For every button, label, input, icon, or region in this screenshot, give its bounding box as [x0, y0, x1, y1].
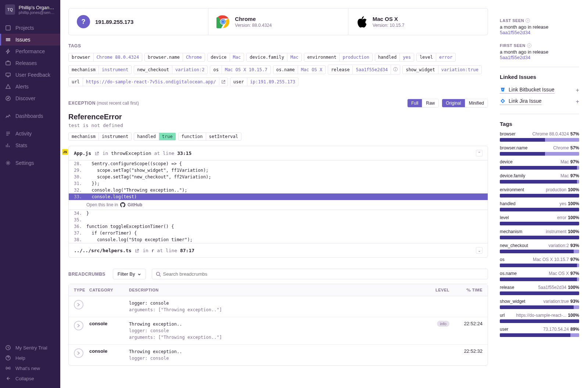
release-link[interactable]: 5aa1f55e2d34 [500, 55, 530, 60]
context-os[interactable]: Mac OS XVersion: 10.15.7 [348, 8, 488, 35]
link-bitbucket-issue[interactable]: Link Bitbucket Issue + [500, 84, 579, 96]
nav-label: Performance [15, 48, 45, 54]
tag-distribution-item[interactable]: levelerror100% [500, 215, 579, 225]
tag-distribution-item[interactable]: handledyes100% [500, 201, 579, 211]
user-ip: 191.89.255.173 [95, 19, 133, 25]
nav-whatsnew[interactable]: What's new [0, 363, 60, 373]
tag-distribution-item[interactable]: device.familyMac97% [500, 173, 579, 184]
tag-distribution-item[interactable]: new_checkoutvariation:293% [500, 243, 579, 253]
context-summary: ? 191.89.255.173 ChromeVersion: 88.0.432… [68, 8, 488, 35]
tag-pill[interactable]: device.familyMac [246, 53, 302, 62]
nav-stats[interactable]: Stats [0, 139, 60, 151]
help-tooltip-icon[interactable]: ? [526, 18, 530, 23]
nav-projects[interactable]: Projects [0, 22, 60, 34]
frame-header-collapsed[interactable]: ../../src/helpers.ts in r at line 87:17 … [69, 243, 488, 257]
nav-discover[interactable]: Discover [0, 93, 60, 104]
tag-distribution-item[interactable]: os.nameMac OS X97% [500, 271, 579, 281]
exception-message: test is not defined [68, 123, 488, 128]
tag-distribution-item[interactable]: urlhttps://do-sample-react-...100% [500, 313, 579, 323]
projects-icon [5, 25, 11, 31]
nav-issues[interactable]: Issues [0, 34, 60, 46]
tag-distribution-item[interactable]: environmentproduction100% [500, 187, 579, 197]
release-link[interactable]: 5aa1f55e2d34 [500, 30, 530, 35]
tag-pill[interactable]: handledyes [375, 53, 414, 62]
svg-point-7 [7, 367, 9, 369]
nav-help[interactable]: Help [0, 353, 60, 363]
tag-pill[interactable]: browserChrome 88.0.4324 [68, 53, 142, 62]
help-tooltip-icon[interactable]: ? [527, 43, 531, 48]
tag-pill[interactable]: userip:191.89.255.173 [230, 77, 299, 86]
tag-distribution-item[interactable]: user73.170.54.2489% [500, 327, 579, 337]
link-jira-issue[interactable]: Link Jira Issue + [500, 96, 579, 107]
frame-header[interactable]: App.js in throwException at line 33:15 ⌃ [69, 146, 488, 160]
nav-performance[interactable]: Performance [0, 46, 60, 57]
breadcrumb-row: logger: consolearguments: ["Throwing exc… [69, 296, 488, 317]
nav-dashboards[interactable]: Dashboards [0, 110, 60, 122]
main-nav: Projects Issues Performance Releases Use… [0, 19, 60, 342]
nav-activity[interactable]: Activity [0, 128, 60, 139]
tag-distribution-item[interactable]: show_widgetvariation:true93% [500, 299, 579, 309]
org-name: Phillip's Organiz... [19, 5, 55, 10]
collapse-frame-icon[interactable]: ⌃ [476, 150, 483, 156]
tag-pill[interactable]: environmentproduction [304, 53, 373, 62]
context-user[interactable]: ? 191.89.255.173 [69, 8, 208, 35]
tag-distribution-item[interactable]: osMac OS X 10.15.797% [500, 257, 579, 267]
frame-file: App.js [74, 151, 91, 156]
org-switcher[interactable]: TQ Phillip's Organiz... phillip.jones@se… [0, 0, 60, 19]
nav-trial[interactable]: My Sentry Trial [0, 342, 60, 353]
nav-feedback[interactable]: User Feedback [0, 69, 60, 81]
svg-point-12 [156, 272, 159, 275]
external-link-icon[interactable] [95, 152, 99, 156]
tag-pill[interactable]: release5aa1f55e2d34ⓘ [328, 65, 400, 75]
breadcrumb-search[interactable] [152, 269, 488, 279]
col-time[interactable]: TIME [449, 288, 483, 292]
meta-tag: handledtrue [134, 133, 176, 141]
view-original[interactable]: Original [442, 99, 465, 107]
tag-pill[interactable]: new_checkoutvariation:2 [134, 65, 208, 74]
breadcrumb-search-input[interactable] [163, 271, 484, 277]
view-raw[interactable]: Raw [422, 99, 438, 107]
info-icon[interactable]: ⓘ [391, 65, 400, 74]
nav-alerts[interactable]: Alerts [0, 81, 60, 93]
nav-releases[interactable]: Releases [0, 57, 60, 69]
tag-pill[interactable]: mechanisminstrument [68, 65, 132, 74]
tag-pill[interactable]: deviceMac [207, 53, 244, 62]
nav-label: Projects [15, 25, 34, 31]
open-in-github[interactable]: Open this line in GitHub [69, 200, 488, 210]
tag-distribution-item[interactable]: browserChrome 88.0.432457% [500, 131, 579, 142]
add-icon[interactable]: + [576, 87, 579, 94]
expand-frame-icon[interactable]: ⌄ [476, 247, 483, 254]
tag-pill[interactable]: urlhttps://do-sample-react-7v5is.ondigit… [68, 77, 228, 86]
nav-label: Alerts [15, 84, 29, 90]
tag-distribution-item[interactable]: browser.nameChrome57% [500, 145, 579, 156]
breadcrumb-row: console Throwing exception..logger: cons… [69, 345, 488, 365]
view-minified[interactable]: Minified [465, 99, 488, 107]
add-icon[interactable]: + [576, 98, 579, 105]
code-line: 31. }); [69, 180, 488, 187]
tag-distribution-item[interactable]: mechanisminstrument100% [500, 229, 579, 239]
tag-pill[interactable]: browser.nameChrome [144, 53, 205, 62]
linked-issues-heading: Linked Issues [500, 74, 579, 80]
svg-point-11 [222, 20, 225, 23]
help-icon [5, 355, 11, 361]
tag-pill[interactable]: osMac OS X 10.15.7 [210, 65, 270, 74]
tag-pill[interactable]: os.nameMac OS X [273, 65, 326, 74]
first-seen-heading: FIRST SEEN? [500, 43, 579, 48]
view-full[interactable]: Full [408, 99, 422, 107]
external-link-icon[interactable] [219, 79, 227, 85]
tag-distribution-item[interactable]: deviceMac97% [500, 159, 579, 170]
browser-version: Version: 88.0.4324 [235, 23, 272, 28]
context-browser[interactable]: ChromeVersion: 88.0.4324 [208, 8, 348, 35]
tag-distribution-item[interactable]: release5aa1f55e2d34100% [500, 285, 579, 295]
nav-collapse[interactable]: Collapse [0, 373, 60, 384]
dashboards-icon [5, 113, 11, 119]
tag-pill[interactable]: show_widgetvariation:true [402, 65, 482, 74]
breadcrumb-category: console [89, 348, 129, 354]
tag-pill[interactable]: levelerror [416, 53, 456, 62]
feedback-icon [5, 72, 11, 78]
filter-by-button[interactable]: Filter By [113, 269, 146, 279]
collapse-icon [5, 376, 11, 381]
external-link-icon[interactable] [135, 249, 139, 253]
nav-settings[interactable]: Settings [0, 157, 60, 169]
code-line: 35. [69, 217, 488, 223]
